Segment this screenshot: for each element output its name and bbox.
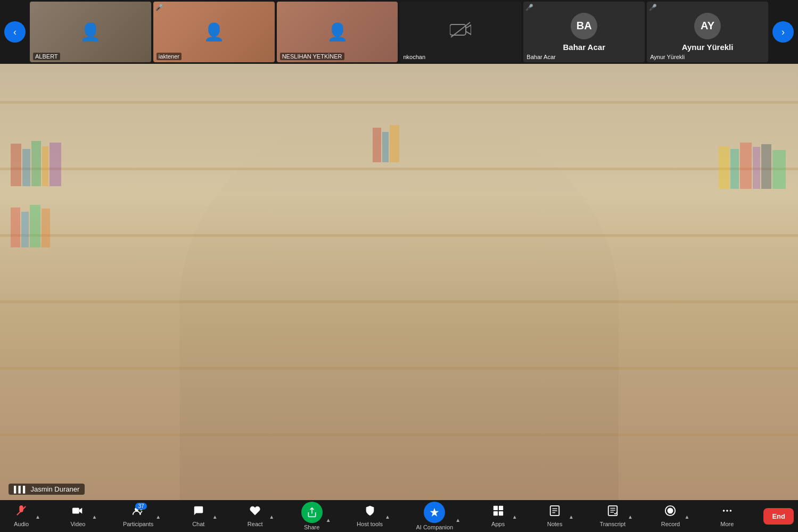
- participants-row: 👤 ALBERT 👤 🎤 iaktener 👤 NESLIHAN YETKİNE…: [30, 0, 768, 64]
- svg-rect-6: [11, 207, 20, 247]
- transcript-button[interactable]: Transcript: [596, 505, 630, 527]
- apps-icon: [492, 505, 504, 520]
- main-video-bg: ▌▌▌ Jasmin Duraner: [0, 64, 798, 500]
- speaker-name: Jasmin Duraner: [31, 485, 80, 493]
- aynur-name-bottom: Aynur Yürekli: [650, 54, 685, 60]
- bahar-display-name: Bahar Acar: [563, 43, 605, 52]
- notes-button[interactable]: Notes: [539, 505, 571, 527]
- nkochan-name: nkochan: [403, 54, 425, 60]
- next-arrow[interactable]: ›: [772, 21, 794, 43]
- react-button[interactable]: React: [239, 505, 271, 527]
- aicompanion-label: AI Companion: [416, 524, 453, 530]
- hosttools-caret[interactable]: ▲: [385, 514, 390, 520]
- iaktener-name: iaktener: [157, 53, 182, 60]
- audio-icon: [15, 505, 27, 520]
- record-caret[interactable]: ▲: [684, 514, 689, 520]
- chat-caret[interactable]: ▲: [212, 514, 218, 520]
- chevron-left-icon: ‹: [13, 27, 17, 38]
- svg-rect-25: [499, 506, 503, 510]
- svg-rect-26: [493, 511, 497, 516]
- hosttools-button[interactable]: Host tools: [352, 505, 387, 527]
- svg-rect-27: [499, 511, 503, 516]
- react-group: React ▲: [239, 505, 274, 527]
- participants-badge: 37: [135, 503, 146, 510]
- svg-rect-11: [730, 149, 739, 189]
- transcript-caret[interactable]: ▲: [628, 514, 633, 520]
- chat-button[interactable]: Chat: [183, 505, 215, 527]
- apps-button[interactable]: Apps: [482, 505, 514, 527]
- audio-button[interactable]: Audio: [5, 505, 37, 527]
- svg-rect-15: [772, 150, 786, 189]
- share-icon: [301, 502, 323, 523]
- svg-rect-13: [753, 147, 760, 189]
- participant-albert[interactable]: 👤 ALBERT: [30, 2, 151, 62]
- participants-button[interactable]: 37 Participants: [119, 505, 158, 527]
- toolbar: Audio ▲ Video ▲: [0, 500, 798, 532]
- video-group: Video ▲: [62, 505, 97, 527]
- participant-aynur[interactable]: 🎤 AY Aynur Yürekli Aynur Yürekli: [647, 2, 768, 62]
- iaktener-muted-icon: 🎤: [155, 4, 163, 11]
- participants-icon: 37: [132, 505, 145, 520]
- svg-rect-10: [719, 146, 729, 189]
- transcript-icon: [607, 505, 619, 520]
- transcript-label: Transcript: [600, 521, 626, 527]
- main-video-area: ▌▌▌ Jasmin Duraner: [0, 64, 798, 500]
- video-button[interactable]: Video: [62, 505, 94, 527]
- chat-label: Chat: [192, 521, 204, 527]
- end-label: End: [772, 512, 785, 520]
- participant-iaktener[interactable]: 👤 🎤 iaktener: [153, 2, 275, 62]
- svg-rect-32: [608, 506, 618, 516]
- speaker-silhouette: [179, 107, 618, 500]
- hosttools-group: Host tools ▲: [352, 505, 390, 527]
- aicompanion-button[interactable]: AI Companion: [412, 502, 457, 530]
- participant-nkochan[interactable]: nkochan: [400, 2, 521, 62]
- svg-point-36: [668, 508, 673, 514]
- aynur-avatar: AY: [694, 13, 721, 39]
- end-button[interactable]: End: [763, 508, 794, 525]
- share-button[interactable]: Share: [296, 502, 328, 530]
- svg-rect-1: [11, 144, 21, 186]
- svg-rect-24: [493, 506, 497, 510]
- record-group: Record ▲: [654, 505, 689, 527]
- shield-icon: [364, 505, 376, 520]
- svg-point-40: [729, 510, 731, 512]
- more-icon: [721, 505, 733, 520]
- share-caret[interactable]: ▲: [326, 517, 331, 523]
- notes-label: Notes: [547, 521, 563, 527]
- neslihan-name: NESLIHAN YETKİNER: [280, 53, 344, 60]
- participant-bahar[interactable]: 🎤 BA Bahar Acar Bahar Acar: [523, 2, 645, 62]
- aicompanion-group: AI Companion ▲: [412, 502, 460, 530]
- apps-label: Apps: [491, 521, 505, 527]
- apps-group: Apps ▲: [482, 505, 517, 527]
- svg-rect-8: [30, 205, 40, 247]
- participants-group: 37 Participants ▲: [119, 505, 161, 527]
- bahar-avatar: BA: [571, 13, 597, 39]
- record-button[interactable]: Record: [654, 505, 686, 527]
- audio-label: Audio: [14, 521, 29, 527]
- audio-caret[interactable]: ▲: [35, 514, 40, 520]
- video-icon: [72, 505, 84, 520]
- ai-companion-icon: [424, 502, 445, 523]
- apps-caret[interactable]: ▲: [512, 514, 517, 520]
- react-icon: [249, 505, 261, 520]
- participants-caret[interactable]: ▲: [155, 514, 161, 520]
- react-caret[interactable]: ▲: [269, 514, 274, 520]
- aynur-display-name: Aynur Yürekli: [682, 43, 734, 52]
- chat-icon: [193, 505, 204, 520]
- prev-arrow[interactable]: ‹: [4, 21, 26, 43]
- notes-caret[interactable]: ▲: [569, 514, 574, 520]
- record-icon: [664, 505, 676, 520]
- svg-rect-9: [42, 209, 50, 247]
- participant-strip: ‹ 👤 ALBERT 👤 🎤 iaktener 👤 NESLIHAN YETKİ…: [0, 0, 798, 64]
- participant-neslihan[interactable]: 👤 NESLIHAN YETKİNER: [277, 2, 398, 62]
- hosttools-label: Host tools: [357, 521, 383, 527]
- more-button[interactable]: More: [711, 505, 743, 527]
- albert-name: ALBERT: [33, 53, 60, 60]
- participants-label: Participants: [123, 521, 153, 527]
- transcript-group: Transcript ▲: [596, 505, 633, 527]
- bahar-name-bottom: Bahar Acar: [526, 54, 555, 60]
- more-label: More: [720, 521, 734, 527]
- aicompanion-caret[interactable]: ▲: [455, 517, 460, 523]
- video-caret[interactable]: ▲: [92, 514, 97, 520]
- share-group: Share ▲: [296, 502, 331, 530]
